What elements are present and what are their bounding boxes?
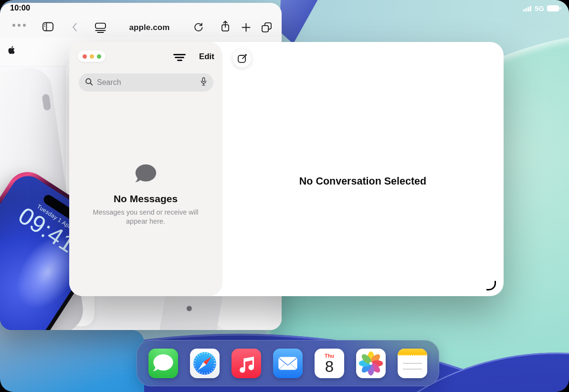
camera-dot: [186, 306, 192, 312]
ipad-screen: Tuesday 1 April 09:41 18° 3: [0, 0, 569, 392]
dock: Thu 8: [137, 340, 439, 386]
dock-calendar-icon[interactable]: Thu 8: [315, 349, 344, 378]
edit-button[interactable]: Edit: [199, 52, 214, 62]
dock-photos-icon[interactable]: [356, 349, 386, 378]
sidebar-toggle-icon[interactable]: [42, 21, 54, 32]
empty-state: No Messages Messages you send or receive…: [69, 162, 222, 226]
signal-icon: [523, 6, 532, 11]
notes-header: [398, 349, 427, 356]
page-format-icon[interactable]: [95, 22, 106, 33]
close-window-icon[interactable]: [83, 54, 87, 59]
tabs-icon[interactable]: [261, 21, 273, 33]
more-options-icon[interactable]: [12, 24, 26, 27]
wallpaper-blue-card: [0, 330, 144, 392]
filter-icon[interactable]: [173, 54, 186, 63]
reload-icon[interactable]: [193, 22, 204, 33]
camera-detail: [42, 94, 52, 111]
messages-window: Edit: [69, 42, 504, 296]
speech-bubble-icon: [132, 162, 159, 186]
dock-mail-icon[interactable]: [273, 349, 303, 378]
dock-safari-icon[interactable]: [190, 349, 220, 378]
safari-toolbar: apple.com: [0, 3, 282, 37]
dock-messages-icon[interactable]: [148, 349, 178, 378]
back-icon[interactable]: [70, 22, 79, 32]
calendar-day: 8: [325, 359, 334, 375]
search-bar[interactable]: [79, 73, 213, 92]
window-controls[interactable]: [78, 51, 105, 62]
new-tab-icon[interactable]: [241, 22, 251, 32]
messages-sidebar: Edit: [69, 42, 222, 296]
dock-notes-icon[interactable]: [398, 349, 427, 378]
zoom-window-icon[interactable]: [97, 54, 101, 59]
battery-icon: [547, 5, 559, 11]
address-bar[interactable]: apple.com: [116, 23, 183, 32]
status-time: 10:00: [10, 3, 30, 12]
share-icon[interactable]: [220, 20, 231, 32]
apple-logo-icon[interactable]: [7, 45, 15, 57]
dock-music-icon[interactable]: [232, 349, 261, 378]
status-icons: 5G: [523, 4, 559, 12]
search-input[interactable]: [97, 78, 196, 87]
minimize-window-icon[interactable]: [90, 54, 94, 59]
dictation-icon[interactable]: [199, 76, 208, 89]
no-conversation-label: No Conversation Selected: [222, 175, 504, 187]
empty-state-subtitle: Messages you send or receive will appear…: [89, 208, 202, 226]
search-icon: [84, 77, 94, 88]
empty-state-title: No Messages: [69, 193, 222, 205]
network-badge: 5G: [535, 4, 544, 12]
conversation-pane: No Conversation Selected: [222, 42, 504, 296]
wallpaper-blue-wedge: [279, 0, 320, 44]
